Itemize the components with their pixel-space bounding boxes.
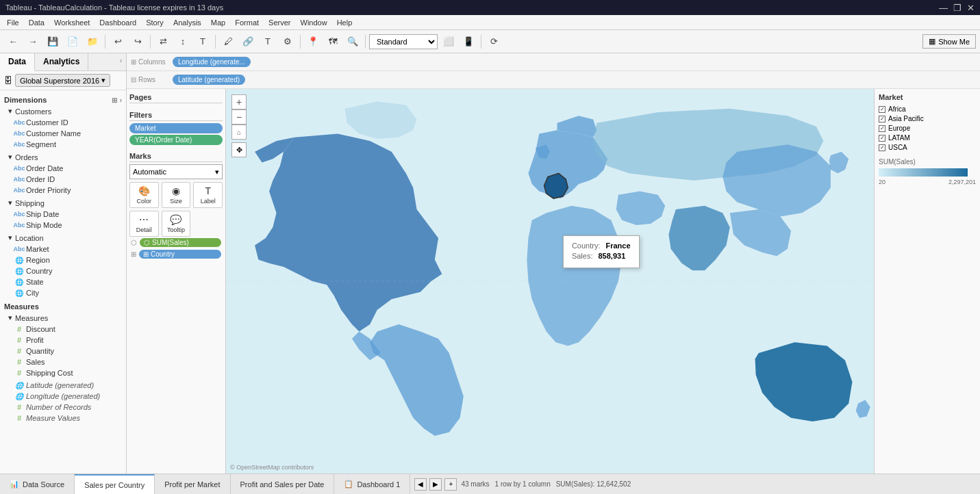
tab-data-source[interactable]: 📊 Data Source xyxy=(0,474,75,494)
field-longitude[interactable]: 🌐 Longitude (generated) xyxy=(0,391,126,402)
tab-ctrl-add[interactable]: + xyxy=(444,478,457,491)
marks-detail-btn[interactable]: ⋯ Detail xyxy=(129,211,159,237)
columns-pill[interactable]: Longitude (generate... xyxy=(173,57,251,67)
menu-analysis[interactable]: Analysis xyxy=(169,17,205,28)
tab-ctrl-next[interactable]: ▶ xyxy=(429,478,442,491)
legend-item-usca[interactable]: ✓ USCA xyxy=(879,144,976,151)
group-orders-header[interactable]: ▾ Orders xyxy=(0,151,126,163)
menu-map[interactable]: Map xyxy=(207,17,229,28)
marks-tooltip-btn[interactable]: 💬 Tooltip xyxy=(162,211,191,237)
marks-size-btn[interactable]: ◉ Size xyxy=(162,182,191,208)
toolbar-view-dropdown[interactable]: Standard xyxy=(369,34,438,49)
mark-sales-pill[interactable]: ⬡ SUM(Sales) xyxy=(140,238,221,247)
toolbar-fix[interactable]: ⚙ xyxy=(279,33,297,51)
data-source-button[interactable]: Global Superstore 2016 ▾ xyxy=(15,74,110,87)
field-customer-id[interactable]: Abc Customer ID xyxy=(0,117,126,128)
toolbar-filter[interactable]: 🔗 xyxy=(239,33,257,51)
group-measures-header[interactable]: ▾ Measures xyxy=(0,312,126,324)
toolbar-fit-width[interactable]: ⬜ xyxy=(440,33,457,51)
expand-icon[interactable]: › xyxy=(120,96,122,104)
menu-story[interactable]: Story xyxy=(142,17,168,28)
menu-window[interactable]: Window xyxy=(297,17,331,28)
field-num-records[interactable]: # Number of Records xyxy=(0,402,126,413)
toolbar-new[interactable]: 📄 xyxy=(64,33,81,51)
toolbar-swap[interactable]: ⇄ xyxy=(154,33,172,51)
panel-menu-icon[interactable]: › xyxy=(116,53,126,70)
marks-type-dropdown[interactable]: Automatic ▾ xyxy=(129,164,223,179)
field-region[interactable]: 🌐 Region xyxy=(0,255,126,265)
zoom-out-button[interactable]: − xyxy=(231,109,247,125)
tab-profit-sales-per-date[interactable]: Profit and Sales per Date xyxy=(231,474,335,494)
legend-item-latam[interactable]: ✓ LATAM xyxy=(879,134,976,142)
rows-pill[interactable]: Latitude (generated) xyxy=(173,75,245,85)
toolbar-highlight[interactable]: 🖊 xyxy=(219,33,237,51)
field-order-priority[interactable]: Abc Order Priority xyxy=(0,185,126,196)
field-order-date[interactable]: Abc Order Date xyxy=(0,163,126,174)
zoom-reset-button[interactable]: ⌂ xyxy=(231,125,247,140)
field-state[interactable]: 🌐 State xyxy=(0,276,126,287)
toolbar-map-search[interactable]: 🔍 xyxy=(344,33,362,51)
mark-field-icon: ⬡ xyxy=(131,239,137,246)
toolbar-device[interactable]: 📱 xyxy=(460,33,477,51)
legend-item-africa[interactable]: ✓ Africa xyxy=(879,105,976,113)
menu-server[interactable]: Server xyxy=(264,17,294,28)
tab-ctrl-prev[interactable]: ◀ xyxy=(414,478,427,491)
marks-color-btn[interactable]: 🎨 Color xyxy=(129,182,159,208)
field-market[interactable]: Abc Market xyxy=(0,244,126,255)
field-order-id[interactable]: Abc Order ID xyxy=(0,174,126,185)
field-customer-name[interactable]: Abc Customer Name xyxy=(0,128,126,139)
group-location-header[interactable]: ▾ Location xyxy=(0,232,126,244)
mark-country-pill[interactable]: ⊞ Country xyxy=(139,250,221,259)
toolbar-back[interactable]: ← xyxy=(4,33,22,51)
minimize-button[interactable]: — xyxy=(939,3,948,13)
menu-file[interactable]: File xyxy=(3,17,23,28)
toolbar-text[interactable]: T xyxy=(259,33,277,51)
field-city[interactable]: 🌐 City xyxy=(0,287,126,298)
toolbar-map-layer[interactable]: 🗺 xyxy=(324,33,342,51)
tab-analytics[interactable]: Analytics xyxy=(35,53,88,70)
tab-dashboard-1[interactable]: 📋 Dashboard 1 xyxy=(334,474,410,494)
menu-worksheet[interactable]: Worksheet xyxy=(50,17,94,28)
group-customers-header[interactable]: ▾ Customers xyxy=(0,105,126,117)
sort-icon[interactable]: ⊞ xyxy=(112,96,117,104)
menu-format[interactable]: Format xyxy=(231,17,263,28)
field-ship-date[interactable]: Abc Ship Date xyxy=(0,209,126,220)
toolbar-undo[interactable]: ↩ xyxy=(109,33,127,51)
field-measure-values[interactable]: # Measure Values xyxy=(0,413,126,424)
tab-data[interactable]: Data xyxy=(0,53,35,71)
field-shipping-cost[interactable]: # Shipping Cost xyxy=(0,367,126,378)
toolbar-save[interactable]: 💾 xyxy=(44,33,62,51)
filter-market[interactable]: Market xyxy=(129,123,223,133)
field-country[interactable]: 🌐 Country xyxy=(0,265,126,276)
menu-data[interactable]: Data xyxy=(25,17,49,28)
menu-dashboard[interactable]: Dashboard xyxy=(95,17,140,28)
field-sales[interactable]: # Sales xyxy=(0,356,126,367)
field-ship-mode[interactable]: Abc Ship Mode xyxy=(0,220,126,231)
field-discount[interactable]: # Discount xyxy=(0,324,126,335)
toolbar-label[interactable]: T xyxy=(194,33,212,51)
field-latitude[interactable]: 🌐 Latitude (generated) xyxy=(0,380,126,391)
field-profit[interactable]: # Profit xyxy=(0,335,126,346)
zoom-in-button[interactable]: + xyxy=(231,94,247,109)
toolbar-redo[interactable]: ↪ xyxy=(129,33,147,51)
maximize-button[interactable]: ❐ xyxy=(953,3,962,13)
menu-help[interactable]: Help xyxy=(333,17,357,28)
field-segment[interactable]: Abc Segment xyxy=(0,139,126,150)
toolbar-open[interactable]: 📁 xyxy=(84,33,101,51)
legend-item-asia-pacific[interactable]: ✓ Asia Pacific xyxy=(879,115,976,122)
filter-year-order[interactable]: YEAR(Order Date) xyxy=(129,135,223,145)
group-shipping-header[interactable]: ▾ Shipping xyxy=(0,197,126,209)
legend-item-europe[interactable]: ✓ Europe xyxy=(879,125,976,132)
toolbar-pin[interactable]: 📍 xyxy=(304,33,322,51)
map-pan-button[interactable]: ✥ xyxy=(231,142,247,157)
tab-profit-per-market[interactable]: Profit per Market xyxy=(155,474,230,494)
toolbar-sort[interactable]: ↕ xyxy=(174,33,192,51)
marks-label-btn[interactable]: T Label xyxy=(193,182,223,208)
toolbar-forward[interactable]: → xyxy=(24,33,42,51)
toolbar-share[interactable]: ⟳ xyxy=(485,33,503,51)
show-me-button[interactable]: ▦ Show Me xyxy=(922,34,976,49)
abc-icon: Abc xyxy=(15,222,23,229)
close-button[interactable]: ✕ xyxy=(967,3,975,13)
tab-sales-per-country[interactable]: Sales per Country xyxy=(75,474,155,494)
field-quantity[interactable]: # Quantity xyxy=(0,346,126,356)
